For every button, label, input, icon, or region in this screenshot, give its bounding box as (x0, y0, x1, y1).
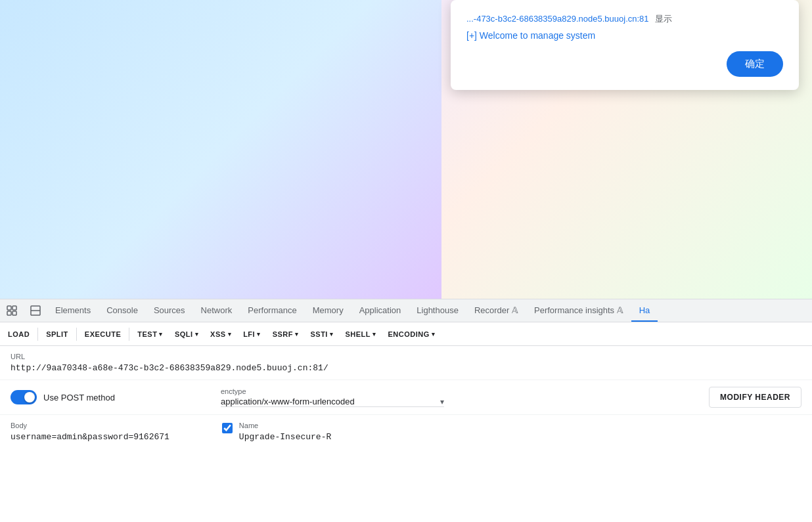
tab-performance-insights[interactable]: Performance insights 𝔸 (526, 299, 631, 322)
toolbar-divider-2 (76, 328, 77, 341)
svg-rect-1 (12, 306, 16, 310)
tab-sources[interactable]: Sources (146, 299, 193, 322)
lfi-dropdown-arrow: ▾ (257, 331, 261, 337)
svg-rect-3 (12, 311, 16, 315)
encoding-button[interactable]: ENCODING ▾ (382, 328, 440, 341)
upgrade-insecure-checkbox[interactable] (222, 423, 233, 433)
enctype-dropdown-arrow: ▾ (440, 397, 444, 406)
split-button[interactable]: SPLIT (41, 328, 74, 341)
tab-elements[interactable]: Elements (47, 299, 99, 322)
sqli-button[interactable]: SQLI ▾ (169, 328, 204, 341)
sqli-dropdown-arrow: ▾ (195, 331, 199, 337)
devtools-tabs-bar: Elements Console Sources Network Perform… (0, 299, 812, 322)
ssrf-button[interactable]: SSRF ▾ (267, 328, 304, 341)
name-content: Name Upgrade-Insecure-R (239, 422, 331, 442)
tab-hackbar[interactable]: Ha (631, 299, 658, 322)
name-value: Upgrade-Insecure-R (239, 432, 331, 442)
ssti-button[interactable]: SSTI ▾ (305, 328, 338, 341)
url-section: URL http://9aa70348-a68e-473c-b3c2-68638… (0, 346, 812, 380)
enctype-select-row[interactable]: application/x-www-form-urlencoded ▾ (221, 397, 444, 407)
body-left: Body username=admin&password=9162671 (11, 422, 169, 442)
alert-show-link[interactable]: 显示 (655, 14, 672, 24)
enctype-label: enctype (221, 387, 683, 395)
name-label: Name (239, 422, 331, 429)
alert-confirm-button[interactable]: 确定 (727, 51, 783, 77)
svg-rect-2 (7, 311, 11, 315)
alert-dialog: ...-473c-b3c2-68638359a829.node5.buuoj.c… (451, 0, 799, 90)
post-method-toggle[interactable] (11, 390, 37, 404)
encoding-dropdown-arrow: ▾ (432, 331, 436, 337)
xss-button[interactable]: XSS ▾ (205, 328, 237, 341)
body-label: Body (11, 422, 169, 429)
alert-url-text: ...-473c-b3c2-68638359a829.node5.buuoj.c… (466, 14, 649, 24)
tab-performance[interactable]: Performance (240, 299, 304, 322)
body-section: Body username=admin&password=9162671 Nam… (0, 415, 812, 448)
url-label: URL (11, 353, 801, 360)
panel-toggle-icon[interactable] (24, 299, 47, 322)
body-value[interactable]: username=admin&password=9162671 (11, 432, 169, 442)
toolbar-divider-1 (37, 328, 38, 341)
enctype-section: enctype application/x-www-form-urlencode… (221, 387, 683, 407)
url-value[interactable]: http://9aa70348-a68e-473c-b3c2-68638359a… (11, 363, 801, 373)
alert-message: [+] Welcome to manage system (466, 30, 783, 41)
cursor-tool-icon[interactable] (0, 299, 24, 322)
webpage-left-panel (0, 0, 441, 299)
execute-button[interactable]: EXECUTE (79, 328, 126, 341)
tab-network[interactable]: Network (193, 299, 240, 322)
options-row: Use POST method enctype application/x-ww… (0, 380, 812, 415)
xss-dropdown-arrow: ▾ (228, 331, 232, 337)
load-button[interactable]: LOAD (3, 328, 35, 341)
modify-header-button[interactable]: MODIFY HEADER (709, 387, 801, 408)
tab-application[interactable]: Application (351, 299, 409, 322)
test-button[interactable]: TEST ▾ (132, 328, 168, 341)
tab-lighthouse[interactable]: Lighthouse (409, 299, 466, 322)
tab-memory[interactable]: Memory (305, 299, 351, 322)
toolbar-divider-3 (129, 328, 129, 341)
webpage-area: ...-473c-b3c2-68638359a829.node5.buuoj.c… (0, 0, 812, 299)
shell-dropdown-arrow: ▾ (372, 331, 376, 337)
hackbar-toolbar: LOAD SPLIT EXECUTE TEST ▾ SQLI ▾ XSS ▾ L… (0, 322, 812, 346)
svg-rect-0 (7, 306, 11, 310)
post-method-label: Use POST method (43, 393, 115, 402)
alert-url: ...-473c-b3c2-68638359a829.node5.buuoj.c… (466, 13, 783, 25)
tab-console[interactable]: Console (99, 299, 146, 322)
toggle-knob (24, 392, 35, 402)
tab-recorder[interactable]: Recorder 𝔸 (466, 299, 526, 322)
test-dropdown-arrow: ▾ (159, 331, 163, 337)
ssti-dropdown-arrow: ▾ (330, 331, 334, 337)
body-row: Body username=admin&password=9162671 Nam… (11, 422, 801, 442)
lfi-button[interactable]: LFI ▾ (238, 328, 266, 341)
post-method-section: Use POST method (11, 390, 194, 404)
name-section: Name Upgrade-Insecure-R (222, 422, 331, 442)
ssrf-dropdown-arrow: ▾ (295, 331, 299, 337)
shell-button[interactable]: SHELL ▾ (340, 328, 381, 341)
enctype-value: application/x-www-form-urlencoded (221, 397, 440, 406)
